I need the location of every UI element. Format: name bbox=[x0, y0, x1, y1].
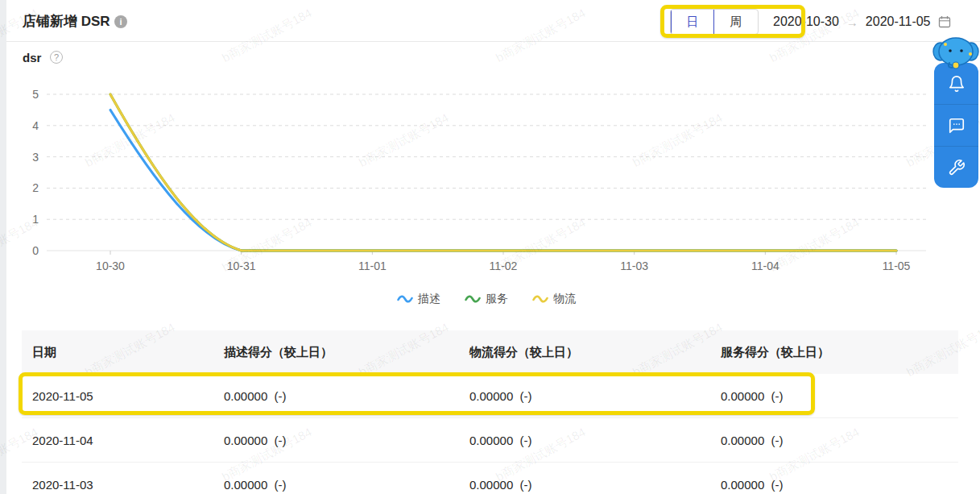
legend-label: 服务 bbox=[486, 292, 508, 306]
y-axis-tick-label: 2 bbox=[32, 181, 39, 194]
x-axis-tick-label: 11-03 bbox=[620, 259, 648, 272]
series-line-物流 bbox=[110, 94, 896, 251]
cell-score: 0.00000 (-) bbox=[459, 478, 710, 492]
table-column-header: 描述得分（较上日） bbox=[213, 345, 459, 360]
cell-score: 0.00000 (-) bbox=[459, 434, 710, 447]
page-header: 店铺新增 DSR i 日 周 2020-10-30 → 2020-11-05 bbox=[6, 0, 980, 42]
y-axis-tick-label: 1 bbox=[32, 213, 39, 226]
date-end[interactable]: 2020-11-05 bbox=[866, 15, 931, 29]
info-icon[interactable]: i bbox=[114, 15, 127, 28]
page-title: 店铺新增 DSR bbox=[23, 12, 110, 31]
table-row-2020-11-04[interactable]: 2020-11-040.00000 (-)0.00000 (-)0.00000 … bbox=[22, 418, 958, 463]
date-start[interactable]: 2020-10-30 bbox=[773, 15, 839, 29]
wrench-icon[interactable] bbox=[934, 146, 978, 188]
cell-score: 0.00000 (-) bbox=[213, 389, 459, 403]
x-axis-tick-label: 11-05 bbox=[883, 259, 911, 272]
chart-legend: 描述服务物流 bbox=[6, 292, 966, 306]
table-row-2020-11-03[interactable]: 2020-11-030.00000 (-)0.00000 (-)0.00000 … bbox=[22, 463, 958, 494]
cell-score: 0.00000 (-) bbox=[710, 434, 958, 447]
cell-date: 2020-11-04 bbox=[22, 434, 213, 447]
dsr-table: 日期描述得分（较上日）物流得分（较上日）服务得分（较上日） 2020-11-05… bbox=[22, 330, 958, 494]
toggle-week-button[interactable]: 周 bbox=[714, 10, 758, 34]
y-axis-tick-label: 0 bbox=[32, 244, 39, 257]
legend-item-物流[interactable]: 物流 bbox=[532, 292, 576, 306]
arrow-right-icon: → bbox=[846, 15, 858, 29]
legend-item-描述[interactable]: 描述 bbox=[397, 292, 440, 306]
help-icon[interactable]: ? bbox=[50, 51, 63, 64]
series-line-服务 bbox=[110, 94, 896, 251]
chat-icon[interactable] bbox=[934, 104, 978, 146]
page: b商家测试账号184b商家测试账号184b商家测试账号184b商家测试账号184… bbox=[0, 0, 980, 494]
legend-label: 物流 bbox=[553, 292, 576, 306]
series-line-描述 bbox=[110, 110, 896, 251]
cell-score: 0.00000 (-) bbox=[710, 478, 958, 492]
wave-icon bbox=[532, 293, 548, 305]
x-axis-tick-label: 11-01 bbox=[358, 259, 387, 272]
y-axis-tick-label: 3 bbox=[32, 151, 39, 164]
cell-score: 0.00000 (-) bbox=[213, 434, 459, 447]
table-column-header: 服务得分（较上日） bbox=[710, 345, 958, 360]
table-body: 2020-11-050.00000 (-)0.00000 (-)0.00000 … bbox=[22, 374, 958, 494]
table-column-header: 日期 bbox=[22, 345, 213, 360]
table-header-row: 日期描述得分（较上日）物流得分（较上日）服务得分（较上日） bbox=[22, 330, 958, 374]
wave-icon bbox=[465, 293, 481, 305]
date-range-picker[interactable]: 2020-10-30 → 2020-11-05 bbox=[773, 10, 951, 33]
chart-title: dsr bbox=[23, 51, 41, 64]
table-column-header: 物流得分（较上日） bbox=[459, 345, 710, 360]
x-axis-tick-label: 10-31 bbox=[227, 259, 256, 272]
table-row-2020-11-05[interactable]: 2020-11-050.00000 (-)0.00000 (-)0.00000 … bbox=[22, 374, 958, 418]
cell-score: 0.00000 (-) bbox=[710, 389, 958, 403]
legend-label: 描述 bbox=[418, 292, 440, 306]
granularity-toggle: 日 周 bbox=[670, 9, 759, 35]
x-axis-tick-label: 11-02 bbox=[490, 259, 518, 272]
x-axis-tick-label: 11-04 bbox=[751, 259, 779, 272]
toggle-day-button[interactable]: 日 bbox=[671, 10, 714, 34]
cell-date: 2020-11-03 bbox=[22, 478, 213, 492]
x-axis-tick-label: 10-30 bbox=[96, 259, 125, 272]
cell-score: 0.00000 (-) bbox=[213, 478, 459, 492]
cell-score: 0.00000 (-) bbox=[459, 389, 710, 403]
wave-icon bbox=[397, 293, 413, 305]
floating-toolbar bbox=[934, 63, 978, 188]
dsr-line-chart: 01234510-3010-3111-0111-0211-0311-0411-0… bbox=[6, 68, 966, 274]
elephant-mascot[interactable] bbox=[932, 32, 980, 69]
legend-item-服务[interactable]: 服务 bbox=[465, 292, 508, 306]
calendar-icon[interactable] bbox=[938, 15, 951, 28]
y-axis-tick-label: 4 bbox=[32, 119, 39, 132]
y-axis-tick-label: 5 bbox=[32, 88, 39, 101]
cell-date: 2020-11-05 bbox=[22, 389, 213, 403]
